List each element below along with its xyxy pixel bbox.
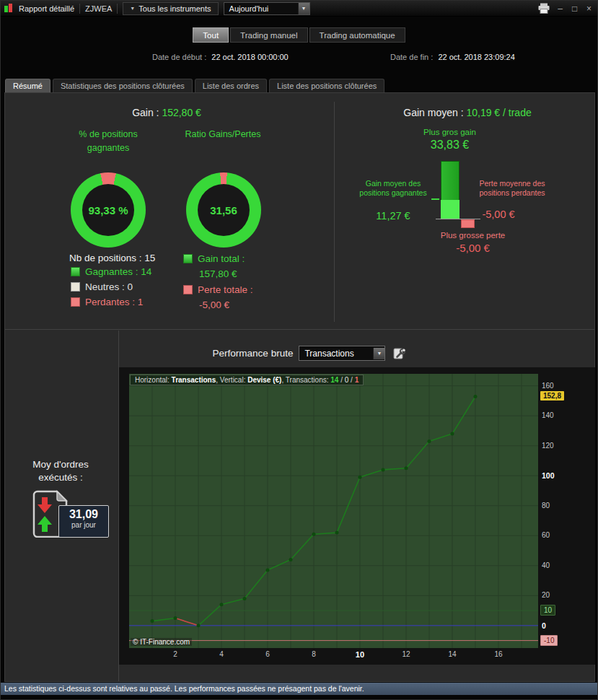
date-end-value: 22 oct. 2018 23:09:24 [438,53,514,61]
y-axis-tick: 20 [542,591,550,599]
ratio-donut-hole: 31,56 [198,184,250,236]
ratio-donut-chart: 31,56 [186,172,261,248]
y-axis-tick: 160 [542,382,554,390]
max-loss-label: Plus grosse perte [428,231,518,240]
winrate-value: 93,33 % [88,204,128,216]
tab-resume[interactable]: Résumé [5,79,50,92]
max-gain-label: Plus gros gain [405,128,495,136]
chart-x-axis: 246810121416 [129,650,538,660]
chevron-down-icon: ▼ [373,348,384,359]
perte-totale-value: -5,00 € [199,299,229,310]
y-axis-tick: 100 [542,471,555,480]
avg-orders-label-line2: exécutés : [38,472,83,483]
series-dropdown[interactable]: Transactions ▼ [299,346,385,361]
account-label: ZJWEA [85,4,112,13]
ratio-value: 31,56 [210,204,237,216]
y-axis-tick: 120 [542,442,554,450]
x-axis-tick: 8 [307,650,321,658]
close-button[interactable]: × [584,1,594,17]
legend-label-neutres: Neutres : 0 [85,281,133,292]
avg-loss-label: Perte moyenne des positions perdantes [473,179,551,198]
legend-item-perdantes: Perdantes : 1 [71,297,143,307]
gain-total-value: 157,80 € [199,268,237,279]
chart-info-segment: , Transactions: [281,376,330,384]
minimize-button[interactable]: – [555,1,565,17]
performance-chart[interactable]: Horizontal: Transactions, Vertical: Devi… [129,374,538,648]
vertical-divider [118,331,119,681]
chart-info-segment: 14 [330,376,338,384]
chart-info-segment: / [348,376,354,384]
legend-item-gagnantes: Gagnantes : 14 [71,266,151,277]
window-title: Rapport détaillé [19,4,74,13]
x-axis-tick: 2 [168,650,183,658]
instruments-dropdown[interactable]: ▼ Tous les instruments [123,2,218,15]
chart-info-segment: Horizontal: [135,376,172,384]
winrate-donut-hole: 93,33 % [82,184,134,236]
tab-trading-manuel[interactable]: Trading manuel [230,27,307,43]
chart-settings-button[interactable] [391,346,408,361]
tab-statistiques-positions-cloturees[interactable]: Statistiques des positions clôturées [53,79,193,92]
perte-totale-row: Perte totale : [183,284,253,295]
print-button[interactable] [537,3,550,14]
report-tabs: Résumé Statistiques des positions clôtur… [5,79,384,92]
gain-label: Gain : [132,107,159,118]
gain-moyen-value: 10,19 € / trade [466,107,531,118]
x-axis-tick: 4 [214,650,229,658]
period-dropdown[interactable]: Aujourd'hui ▼ [224,2,310,15]
series-dropdown-value: Transactions [304,349,353,359]
performance-chart-canvas [129,374,538,648]
avg-loss-value: -5,00 € [466,209,531,220]
titlebar: Rapport détaillé ZJWEA ▼ Tous les instru… [1,1,597,17]
ratio-donut-title: Ratio Gains/Pertes [183,128,263,141]
gain-total-swatch [183,254,193,263]
chart-copyright: © IT-Finance.com [131,638,192,646]
avg-gain-pointer-line [431,198,439,200]
mode-tabs: Tout Trading manuel Trading automatique [1,27,597,43]
app-icon [4,4,14,13]
chart-info-segment: , Vertical: [216,376,247,384]
tab-trading-automatique[interactable]: Trading automatique [309,27,405,43]
nb-positions-label: Nb de positions : 15 [69,253,155,263]
legend-label-perdantes: Perdantes : 1 [85,297,143,307]
performance-title: Performance brute [213,348,294,359]
y-axis-tick: 140 [542,411,554,419]
legend-swatch-perdantes [71,297,80,307]
max-gain-value: 33,83 € [405,139,495,152]
date-start: Date de début : 22 oct. 2018 00:00:00 [152,53,289,61]
y-axis-marker-upper: 10 [540,605,555,616]
x-axis-tick: 6 [260,650,275,658]
x-axis-tick: 16 [491,650,506,658]
chart-info-segment: Transactions [172,376,216,384]
avg-orders-label: Moy d'ordres exécutés : [14,458,107,484]
chart-y-axis: 160140120100806040200152,810-10 [540,374,584,648]
avg-orders-label-line1: Moy d'ordres [32,459,89,470]
x-axis-tick: 14 [445,650,460,658]
perte-totale-label: Perte totale : [198,284,253,295]
x-axis-tick: 12 [399,650,413,658]
chart-info-segment: 1 [355,376,359,384]
tab-liste-positions-cloturees[interactable]: Liste des positions clôturées [269,79,384,92]
gain-total-label: Gain total : [198,253,245,264]
avg-orders-value: 31,09 [59,508,108,521]
y-axis-tick: 40 [542,561,550,569]
gain-moyen-title: Gain moyen : 10,19 € / trade [340,107,595,118]
vertical-divider [334,102,335,322]
legend-item-neutres: Neutres : 0 [71,281,133,292]
period-dropdown-value: Aujourd'hui [229,4,269,13]
chart-info-segment: / [338,376,344,384]
tab-liste-des-ordres[interactable]: Liste des ordres [195,79,267,92]
date-end-label: Date de fin : [390,53,433,61]
avg-gain-value: 11,27 € [356,210,431,222]
chevron-down-icon: ▼ [298,3,309,14]
wrench-icon [392,347,407,360]
winrate-donut-chart: 93,33 % [71,172,146,248]
maximize-button[interactable]: □ [570,1,579,17]
legend-swatch-neutres [71,282,80,292]
chevron-down-icon: ▼ [130,6,135,11]
titlebar-separator [117,4,118,14]
performance-header: Performance brute Transactions ▼ [1,346,598,361]
avg-gain-bar [441,200,460,219]
tab-tout[interactable]: Tout [193,27,229,43]
perte-totale-swatch [183,285,193,294]
avg-gain-label: Gain moyen des positions gagnantes [356,179,431,198]
